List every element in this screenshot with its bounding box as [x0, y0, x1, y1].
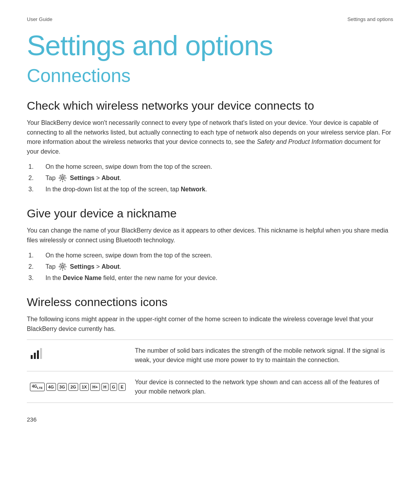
subsection-nickname: Give your device a nickname You can chan…: [27, 206, 393, 283]
badge-4g: 4G: [46, 383, 56, 391]
signal-icon-cell: [27, 340, 130, 371]
step-content-2: Tap Settings > About.: [46, 173, 393, 183]
step-content-3: In the drop-down list at the top of the …: [46, 185, 393, 194]
subsection-title-nickname: Give your device a nickname: [27, 206, 393, 220]
badge-h: H: [102, 383, 108, 391]
badge-4glte: 4GLTE: [30, 383, 45, 391]
steps-list-check-networks: 1. On the home screen, swipe down from t…: [27, 162, 393, 194]
signal-bars-icon: [30, 348, 44, 363]
svg-rect-2: [31, 355, 33, 359]
table-row-network-badges: 4GLTE 4G 3G 2G 1X H+ H G E Your device i…: [27, 371, 393, 403]
wireless-icons-table: The number of solid bars indicates the s…: [27, 340, 393, 403]
table-row-signal: The number of solid bars indicates the s…: [27, 340, 393, 371]
nickname-step-num-3: 3.: [27, 273, 46, 283]
nickname-step-content-3: In the Device Name field, enter the new …: [46, 273, 393, 283]
top-bar: User Guide Settings and options: [27, 16, 393, 23]
nickname-step-content-1: On the home screen, swipe down from the …: [46, 251, 393, 261]
network-badges-description: Your device is connected to the network …: [130, 371, 393, 403]
subsection-wireless-icons: Wireless connections icons The following…: [27, 295, 393, 403]
svg-rect-3: [34, 353, 36, 359]
nickname-step-num-1: 1.: [27, 251, 46, 261]
nickname-step-3: 3. In the Device Name field, enter the n…: [27, 273, 393, 283]
steps-list-nickname: 1. On the home screen, swipe down from t…: [27, 251, 393, 283]
section-label: Settings and options: [347, 16, 393, 23]
nickname-step-content-2: Tap Settings > About.: [46, 262, 393, 272]
badge-2g: 2G: [68, 383, 78, 391]
subsection-title-check-networks: Check which wireless networks your devic…: [27, 99, 393, 113]
nickname-step-num-2: 2.: [27, 262, 46, 272]
step-3: 3. In the drop-down list at the top of t…: [27, 185, 393, 194]
section-title: Connections: [27, 65, 393, 86]
step-2: 2. Tap Settings > About.: [27, 173, 393, 183]
subsection-check-networks: Check which wireless networks your devic…: [27, 99, 393, 194]
guide-label: User Guide: [27, 16, 52, 23]
badge-hplus: H+: [90, 383, 100, 391]
body-text-check-networks: Your BlackBerry device won't necessarily…: [27, 118, 393, 157]
badge-g: G: [110, 383, 117, 391]
signal-description: The number of solid bars indicates the s…: [130, 340, 393, 371]
badge-1x: 1X: [80, 383, 89, 391]
body-text-nickname: You can change the name of your BlackBer…: [27, 226, 393, 245]
nickname-step-2: 2. Tap Settings > About.: [27, 262, 393, 272]
settings-gear-icon-2: [58, 262, 67, 271]
page-number: 236: [27, 415, 393, 424]
step-num-1: 1.: [27, 162, 46, 172]
svg-rect-4: [37, 350, 39, 359]
badge-e: E: [119, 383, 125, 391]
subsection-title-wireless-icons: Wireless connections icons: [27, 295, 393, 309]
page-title: Settings and options: [27, 30, 393, 61]
svg-rect-5: [40, 348, 42, 359]
body-text-wireless-icons: The following icons might appear in the …: [27, 315, 393, 334]
step-1: 1. On the home screen, swipe down from t…: [27, 162, 393, 172]
step-num-3: 3.: [27, 185, 46, 194]
network-badges-group: 4GLTE 4G 3G 2G 1X H+ H G E: [30, 383, 126, 391]
settings-gear-icon: [58, 174, 67, 182]
step-num-2: 2.: [27, 173, 46, 183]
badge-3g: 3G: [58, 383, 67, 391]
nickname-step-1: 1. On the home screen, swipe down from t…: [27, 251, 393, 261]
network-badges-cell: 4GLTE 4G 3G 2G 1X H+ H G E: [27, 371, 130, 403]
step-content-1: On the home screen, swipe down from the …: [46, 162, 393, 172]
